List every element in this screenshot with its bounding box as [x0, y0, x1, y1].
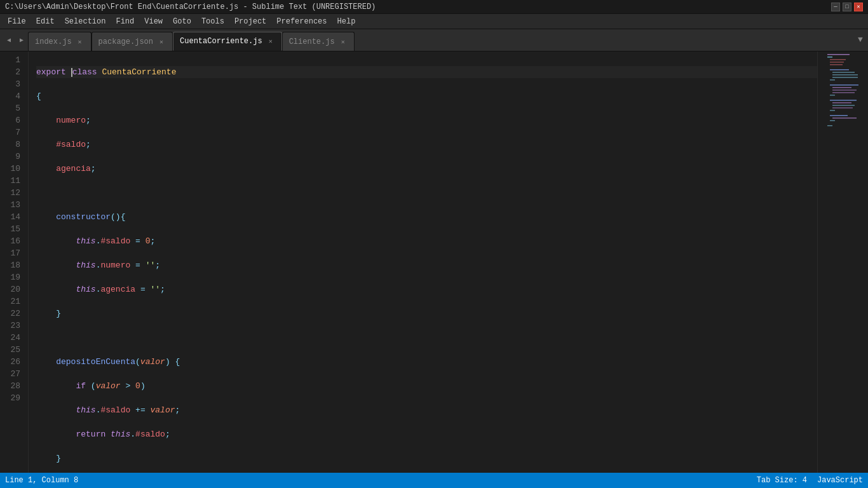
svg-rect-16 [832, 102, 851, 104]
menu-project[interactable]: Project [229, 14, 271, 29]
svg-rect-21 [832, 118, 857, 119]
tab-label-package-json: package.json [98, 37, 153, 46]
svg-rect-19 [830, 110, 835, 111]
tab-close-package-json[interactable]: ✕ [157, 37, 166, 46]
status-position: Line 1, Column 8 [5, 476, 78, 485]
code-line-4: #saldo; [36, 139, 817, 151]
status-bar: Line 1, Column 8 Tab Size: 4 JavaScript [0, 473, 868, 488]
code-line-15: this.#saldo += valor; [36, 404, 817, 416]
status-right: Tab Size: 4 JavaScript [757, 476, 863, 485]
svg-rect-4 [830, 64, 843, 65]
tab-index-js[interactable]: index.js ✕ [28, 32, 92, 51]
svg-rect-3 [830, 62, 844, 63]
svg-rect-5 [830, 69, 849, 71]
svg-rect-14 [830, 95, 835, 96]
tab-close-cuentacorriente-js[interactable]: ✕ [266, 37, 275, 46]
minimap-preview [827, 54, 865, 133]
svg-rect-22 [830, 120, 835, 121]
code-line-11: } [36, 308, 817, 320]
tab-label-index-js: index.js [35, 37, 72, 46]
tab-label-cliente-js: Cliente.js [289, 37, 335, 46]
svg-rect-12 [832, 90, 857, 91]
code-line-17: } [36, 452, 817, 464]
tab-cuentacorriente-js[interactable]: CuentaCorriente.js ✕ [173, 32, 282, 51]
tab-close-cliente-js[interactable]: ✕ [339, 37, 348, 46]
title-text: C:\Users\Admin\Desktop\Front End\CuentaC… [5, 3, 376, 11]
tab-label-cuentacorriente-js: CuentaCorriente.js [180, 37, 262, 46]
code-area: 1 2 3 4 5 6 7 8 9 10 11 12 13 14 15 16 1… [0, 51, 868, 473]
menu-preferences[interactable]: Preferences [271, 14, 332, 29]
code-line-2: { [36, 90, 817, 102]
code-line-9: this.numero = ''; [36, 259, 817, 271]
svg-rect-6 [832, 72, 855, 73]
svg-rect-7 [832, 74, 858, 76]
title-bar: C:\Users\Admin\Desktop\Front End\CuentaC… [0, 0, 868, 14]
code-line-8: this.#saldo = 0; [36, 235, 817, 247]
svg-rect-13 [832, 92, 855, 93]
code-line-3: numero; [36, 114, 817, 126]
tab-nav-prev[interactable]: ◀ [3, 29, 15, 51]
svg-rect-15 [830, 100, 857, 101]
code-line-5: agencia; [36, 163, 817, 175]
svg-rect-1 [827, 57, 832, 58]
tab-close-index-js[interactable]: ✕ [76, 37, 85, 46]
tab-cliente-js[interactable]: Cliente.js ✕ [282, 32, 355, 51]
close-button[interactable]: ✕ [854, 3, 863, 11]
svg-rect-10 [830, 85, 858, 86]
svg-rect-0 [827, 54, 850, 55]
tab-nav-next[interactable]: ▶ [15, 29, 28, 51]
menu-goto[interactable]: Goto [168, 14, 196, 29]
menu-edit[interactable]: Edit [31, 14, 60, 29]
menu-view[interactable]: View [139, 14, 168, 29]
code-line-7: constructor(){ [36, 211, 817, 223]
menu-help[interactable]: Help [332, 14, 361, 29]
code-editor[interactable]: export class CuentaCorriente { numero; #… [29, 51, 817, 473]
code-line-1: export class CuentaCorriente [36, 66, 817, 78]
status-language: JavaScript [817, 476, 863, 485]
code-line-10: this.agencia = ''; [36, 283, 817, 295]
svg-rect-20 [830, 115, 848, 116]
code-line-12 [36, 332, 817, 344]
svg-rect-2 [830, 59, 846, 60]
status-tab-size: Tab Size: 4 [757, 476, 807, 485]
code-line-6 [36, 187, 817, 199]
maximize-button[interactable]: □ [843, 3, 851, 11]
svg-rect-9 [830, 79, 835, 81]
menu-tools[interactable]: Tools [196, 14, 229, 29]
svg-rect-23 [827, 125, 832, 126]
svg-rect-17 [832, 105, 855, 106]
status-left: Line 1, Column 8 [5, 476, 78, 485]
tab-package-json[interactable]: package.json ✕ [92, 32, 173, 51]
svg-rect-11 [832, 87, 851, 88]
svg-rect-18 [832, 107, 853, 109]
minimap[interactable] [817, 51, 868, 473]
window-controls[interactable]: — □ ✕ [831, 3, 863, 11]
tabs-overflow-button[interactable]: ▼ [853, 29, 868, 51]
line-numbers: 1 2 3 4 5 6 7 8 9 10 11 12 13 14 15 16 1… [0, 51, 29, 473]
menu-bar: File Edit Selection Find View Goto Tools… [0, 14, 868, 29]
menu-selection[interactable]: Selection [60, 14, 111, 29]
code-line-13: depositoEnCuenta(valor) { [36, 356, 817, 368]
tabs-bar: ◀ ▶ index.js ✕ package.json ✕ CuentaCorr… [0, 29, 868, 51]
svg-rect-8 [832, 77, 858, 78]
menu-find[interactable]: Find [111, 14, 139, 29]
menu-file[interactable]: File [3, 14, 31, 29]
minimize-button[interactable]: — [831, 3, 840, 11]
code-line-14: if (valor > 0) [36, 380, 817, 392]
code-line-16: return this.#saldo; [36, 428, 817, 440]
